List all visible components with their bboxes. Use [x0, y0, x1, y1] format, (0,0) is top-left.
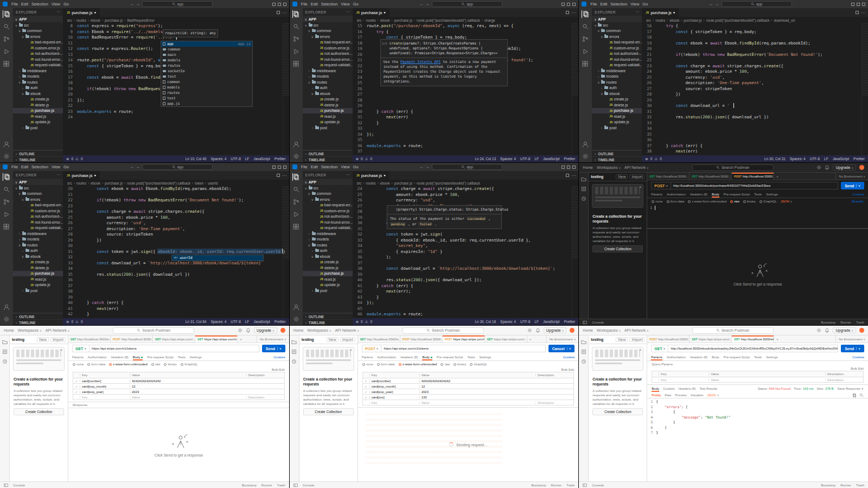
layout-icon[interactable]: [272, 3, 276, 6]
breadcrumb-item[interactable]: src: [67, 18, 72, 22]
status-item[interactable]: Prettier: [564, 157, 575, 161]
upgrade-button[interactable]: Upgrade∨: [833, 164, 856, 170]
row-checkbox[interactable]: ✓: [363, 385, 369, 388]
save-response-button[interactable]: Save Response ∨: [838, 386, 864, 390]
request-config-tab[interactable]: Body: [712, 191, 719, 198]
menu-item[interactable]: Go: [62, 2, 71, 7]
kv-row[interactable]: ✓ card[number] 4242424242424242: [363, 378, 574, 383]
suggestion-item[interactable]: models: [161, 58, 252, 63]
tree-item[interactable]: custom-error.js: [592, 45, 642, 51]
breadcrumb-item[interactable]: route.post("/purchase/ebookId") callback: [412, 18, 480, 22]
breadcrumb-item[interactable]: purchase.js: [390, 181, 412, 185]
outline-section[interactable]: ›OUTLINE: [13, 150, 63, 156]
tree-item[interactable]: › auth: [303, 85, 353, 91]
request-tab[interactable]: POST http://localhost:3000/...: [647, 335, 690, 343]
tree-item[interactable]: purchase.js: [592, 108, 642, 114]
source-control-icon[interactable]: [582, 35, 589, 43]
breadcrumb-item[interactable]: src: [357, 18, 362, 22]
breadcrumb-item[interactable]: src: [67, 181, 72, 185]
status-item[interactable]: Spaces: 4: [210, 157, 226, 161]
request-config-tab[interactable]: Settings: [766, 354, 778, 360]
outline-section[interactable]: ›OUTLINE: [13, 313, 63, 319]
tree-item[interactable]: not-found-error...: [303, 219, 353, 225]
menu-item[interactable]: Go: [641, 2, 649, 7]
tree-item[interactable]: request-validati...: [13, 225, 63, 231]
status-item[interactable]: LF: [824, 157, 828, 161]
request-config-tab[interactable]: Pre-request Script: [437, 354, 463, 360]
window-controls[interactable]: [561, 3, 576, 6]
body-mode-radio[interactable]: binary: [164, 363, 176, 366]
request-config-tab[interactable]: Settings: [479, 354, 491, 360]
response-view-tab[interactable]: Raw: [665, 394, 671, 397]
suggestion-item[interactable]: common: [161, 79, 252, 85]
footer-item[interactable]: Runner: [551, 484, 562, 487]
workspace-name[interactable]: testing: [591, 175, 603, 179]
url-input[interactable]: http://localhost:3000/ebook/download/eyJ…: [668, 345, 838, 352]
search-icon[interactable]: [292, 23, 300, 30]
tree-item[interactable]: › models: [13, 237, 63, 243]
breadcrumb-item[interactable]: src: [357, 181, 362, 185]
breadcrumb-item[interactable]: purchase.js: [390, 18, 412, 22]
warnings-icon[interactable]: ⚠: [75, 320, 79, 324]
minimap[interactable]: [861, 23, 868, 155]
tree-item[interactable]: custom-error.js: [303, 208, 353, 214]
bulk-edit-link[interactable]: Bulk Edit: [272, 368, 285, 371]
tab-purchase-js[interactable]: purchase.js ●: [642, 8, 679, 17]
new-tab-icon[interactable]: +: [774, 335, 781, 343]
layout-icon[interactable]: [561, 3, 565, 6]
suggestion-item[interactable]: app.js: [161, 101, 252, 106]
status-item[interactable]: Prettier: [275, 157, 286, 161]
tree-item[interactable]: custom-error.js: [13, 208, 63, 214]
command-center-search[interactable]: app: [142, 164, 213, 170]
send-button[interactable]: Send∨: [262, 345, 285, 352]
environments-icon[interactable]: [291, 349, 297, 354]
source-control-icon[interactable]: [3, 198, 10, 206]
footer-item[interactable]: Runner: [261, 484, 272, 487]
more-actions-icon[interactable]: ⋯: [282, 173, 286, 178]
sidebar-icon[interactable]: [572, 3, 576, 6]
warnings-icon[interactable]: ⚠: [365, 320, 368, 324]
kv-key[interactable]: card[number]: [80, 379, 130, 383]
cookies-link[interactable]: Cookies: [563, 356, 575, 359]
upgrade-button[interactable]: Upgrade∨: [544, 327, 567, 333]
request-config-tab[interactable]: Tests: [178, 354, 186, 360]
tree-item[interactable]: ∨ src: [303, 185, 353, 191]
timeline-section[interactable]: ›TIMELINE: [303, 319, 353, 325]
breadcrumb-item[interactable]: userId: [203, 181, 218, 185]
extensions-icon[interactable]: [3, 60, 10, 68]
close-icon[interactable]: ×: [60, 348, 62, 352]
tree-item[interactable]: › models: [13, 74, 63, 80]
status-item[interactable]: UTF-8: [231, 320, 240, 324]
suggestion-item[interactable]: app app.js: [161, 41, 252, 47]
request-config-tab[interactable]: Settings: [766, 191, 778, 198]
row-checkbox[interactable]: ✓: [363, 379, 369, 383]
errors-icon[interactable]: ⊗: [66, 320, 69, 324]
cookies-link[interactable]: Cookies: [852, 356, 864, 359]
status-item[interactable]: JavaScript: [253, 157, 270, 161]
account-icon[interactable]: [3, 141, 10, 148]
breadcrumb-item[interactable]: purchase.js: [100, 181, 123, 185]
source-control-icon[interactable]: [292, 198, 300, 206]
menu-item[interactable]: Edit: [309, 164, 320, 169]
api-network-menu[interactable]: API Network∨: [46, 328, 70, 332]
status-item[interactable]: JavaScript: [543, 320, 559, 324]
kv-key[interactable]: card[exp_year]: [369, 390, 419, 394]
menu-item[interactable]: File: [10, 164, 20, 169]
copy-icon[interactable]: [852, 393, 857, 397]
workspace-section[interactable]: ∨ APP: [13, 179, 63, 185]
tree-item[interactable]: ∨ errors: [13, 197, 63, 202]
editor-actions[interactable]: ⋯: [566, 173, 578, 178]
suggestion-item[interactable]: main: [161, 52, 252, 58]
body-mode-radio[interactable]: none: [652, 200, 662, 203]
send-button[interactable]: Cancel∨: [548, 345, 575, 352]
kv-row[interactable]: ✓ card[exp_month] 12: [363, 383, 574, 389]
code-editor[interactable]: 16 try { 17 const { stripeToken } = req.…: [642, 23, 868, 155]
body-mode-radio[interactable]: GraphQL: [760, 200, 777, 203]
cursor-position[interactable]: Ln 24, Col 13: [475, 157, 496, 161]
menu-item[interactable]: Edit: [309, 2, 320, 7]
settings-gear-icon[interactable]: [238, 328, 242, 333]
tree-item[interactable]: › middleware: [303, 231, 353, 237]
tree-item[interactable]: › auth: [13, 248, 63, 254]
window-controls[interactable]: [561, 166, 576, 169]
cursor-position[interactable]: Ln 31, Col 84: [186, 320, 207, 324]
